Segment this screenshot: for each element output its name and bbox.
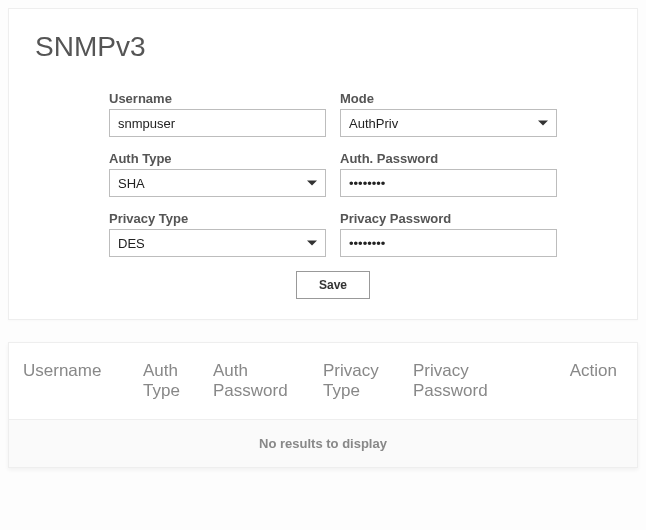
users-table: Username Auth Type Auth Password Privacy… [8, 342, 638, 468]
auth-password-label: Auth. Password [340, 151, 557, 166]
col-auth-password: Auth Password [207, 361, 317, 401]
auth-password-input[interactable] [340, 169, 557, 197]
username-label: Username [109, 91, 326, 106]
form-row: Privacy Type DES Privacy Password [109, 211, 557, 257]
table-empty: No results to display [9, 419, 637, 467]
auth-type-field-wrap: Auth Type SHA [109, 151, 326, 197]
save-button[interactable]: Save [296, 271, 370, 299]
privacy-type-select[interactable]: DES [109, 229, 326, 257]
chevron-down-icon [307, 181, 317, 186]
form-row: Auth Type SHA Auth. Password [109, 151, 557, 197]
save-row: Save [109, 271, 557, 299]
privacy-password-input[interactable] [340, 229, 557, 257]
col-privacy-password: Privacy Password [407, 361, 517, 401]
chevron-down-icon [538, 121, 548, 126]
privacy-type-value: DES [118, 236, 145, 251]
form-row: Username Mode AuthPriv [109, 91, 557, 137]
auth-type-select[interactable]: SHA [109, 169, 326, 197]
privacy-type-label: Privacy Type [109, 211, 326, 226]
col-username: Username [17, 361, 137, 401]
col-auth-type: Auth Type [137, 361, 207, 401]
auth-password-field-wrap: Auth. Password [340, 151, 557, 197]
col-privacy-type: Privacy Type [317, 361, 407, 401]
username-input[interactable] [109, 109, 326, 137]
mode-field-wrap: Mode AuthPriv [340, 91, 557, 137]
mode-label: Mode [340, 91, 557, 106]
auth-type-label: Auth Type [109, 151, 326, 166]
username-field-wrap: Username [109, 91, 326, 137]
privacy-password-field-wrap: Privacy Password [340, 211, 557, 257]
auth-type-value: SHA [118, 176, 145, 191]
snmpv3-form: Username Mode AuthPriv Auth Type SHA [29, 91, 617, 299]
col-action: Action [517, 361, 629, 401]
chevron-down-icon [307, 241, 317, 246]
privacy-type-field-wrap: Privacy Type DES [109, 211, 326, 257]
snmpv3-card: SNMPv3 Username Mode AuthPriv Auth Type … [8, 8, 638, 320]
table-header: Username Auth Type Auth Password Privacy… [9, 343, 637, 419]
mode-select[interactable]: AuthPriv [340, 109, 557, 137]
privacy-password-label: Privacy Password [340, 211, 557, 226]
mode-value: AuthPriv [349, 116, 398, 131]
page-title: SNMPv3 [35, 31, 617, 63]
